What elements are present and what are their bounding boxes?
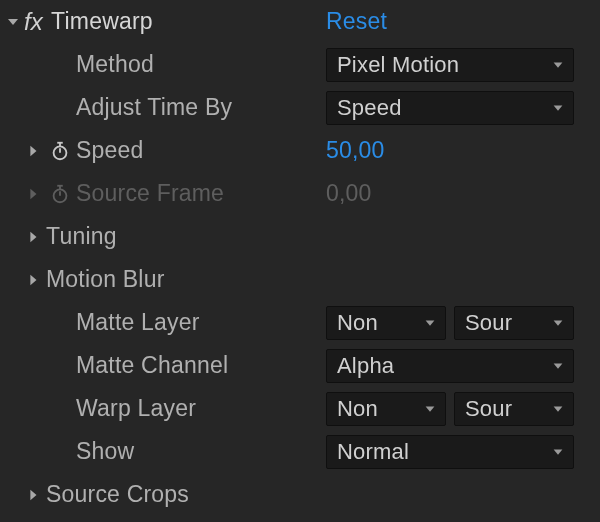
property-matte-layer: Matte Layer Non Sour — [0, 301, 600, 344]
property-source-crops: Source Crops — [0, 473, 600, 516]
warp-layer-left-value: Non — [337, 396, 378, 422]
warp-layer-select-right[interactable]: Sour — [454, 392, 574, 426]
matte-layer-left-value: Non — [337, 310, 378, 336]
source-frame-label: Source Frame — [76, 180, 224, 207]
source-frame-value: 0,00 — [326, 180, 372, 207]
property-show: Show Normal — [0, 430, 600, 473]
property-source-frame: Source Frame 0,00 — [0, 172, 600, 215]
chevron-down-icon — [551, 316, 565, 330]
chevron-down-icon — [551, 359, 565, 373]
speed-value[interactable]: 50,00 — [326, 137, 385, 164]
motion-blur-label: Motion Blur — [46, 266, 165, 293]
effect-header: fx Timewarp Reset — [0, 0, 600, 43]
show-select[interactable]: Normal — [326, 435, 574, 469]
expand-source-frame-chevron-right-icon — [24, 187, 42, 201]
matte-channel-value: Alpha — [337, 353, 394, 379]
effect-name: Timewarp — [51, 8, 153, 35]
property-tuning: Tuning — [0, 215, 600, 258]
reset-link[interactable]: Reset — [326, 8, 387, 35]
chevron-down-icon — [551, 101, 565, 115]
property-speed: Speed 50,00 — [0, 129, 600, 172]
fx-badge[interactable]: fx — [22, 8, 51, 36]
show-label: Show — [76, 438, 134, 465]
matte-channel-select[interactable]: Alpha — [326, 349, 574, 383]
adjust-time-by-label: Adjust Time By — [76, 94, 232, 121]
method-select[interactable]: Pixel Motion — [326, 48, 574, 82]
method-label: Method — [76, 51, 154, 78]
property-adjust-time-by: Adjust Time By Speed — [0, 86, 600, 129]
chevron-down-icon — [551, 58, 565, 72]
property-matte-channel: Matte Channel Alpha — [0, 344, 600, 387]
chevron-down-icon — [423, 402, 437, 416]
chevron-down-icon — [551, 445, 565, 459]
stopwatch-icon[interactable] — [46, 140, 74, 162]
property-method: Method Pixel Motion — [0, 43, 600, 86]
chevron-down-icon — [423, 316, 437, 330]
warp-layer-label: Warp Layer — [76, 395, 196, 422]
matte-layer-label: Matte Layer — [76, 309, 200, 336]
matte-channel-label: Matte Channel — [76, 352, 228, 379]
chevron-down-icon — [551, 402, 565, 416]
speed-label: Speed — [76, 137, 144, 164]
property-motion-blur: Motion Blur — [0, 258, 600, 301]
warp-layer-select-left[interactable]: Non — [326, 392, 446, 426]
method-value: Pixel Motion — [337, 52, 459, 78]
property-warp-layer: Warp Layer Non Sour — [0, 387, 600, 430]
matte-layer-select-right[interactable]: Sour — [454, 306, 574, 340]
expand-source-crops-chevron-right-icon[interactable] — [24, 488, 42, 502]
warp-layer-right-value: Sour — [465, 396, 512, 422]
expand-tuning-chevron-right-icon[interactable] — [24, 230, 42, 244]
stopwatch-icon — [46, 183, 74, 205]
matte-layer-right-value: Sour — [465, 310, 512, 336]
adjust-time-by-select[interactable]: Speed — [326, 91, 574, 125]
show-value: Normal — [337, 439, 409, 465]
adjust-time-by-value: Speed — [337, 95, 402, 121]
matte-layer-select-left[interactable]: Non — [326, 306, 446, 340]
expand-motion-blur-chevron-right-icon[interactable] — [24, 273, 42, 287]
expand-speed-chevron-right-icon[interactable] — [24, 144, 42, 158]
source-crops-label: Source Crops — [46, 481, 189, 508]
tuning-label: Tuning — [46, 223, 117, 250]
collapse-effect-chevron-down-icon[interactable] — [4, 14, 22, 30]
